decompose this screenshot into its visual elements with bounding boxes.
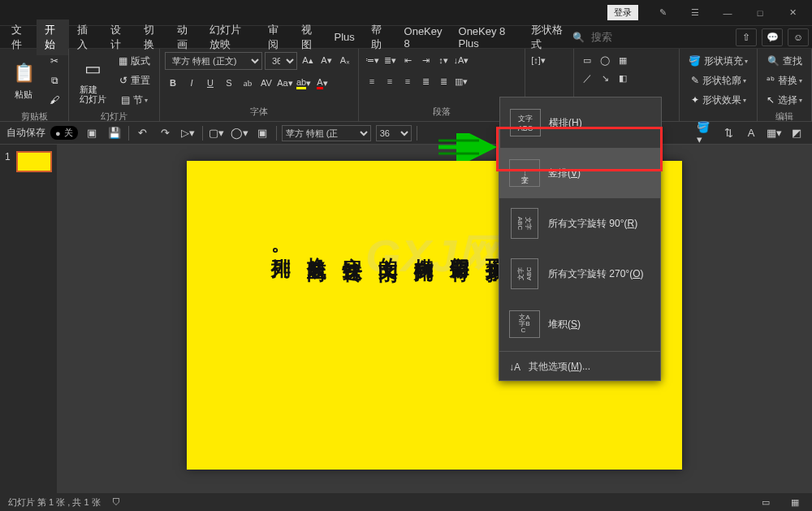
dd-horizontal[interactable]: 文字ABC 横排(H) <box>499 97 662 148</box>
share-icon[interactable]: ⇧ <box>736 28 757 46</box>
group-label-paragraph: 段落 <box>364 104 520 118</box>
spacing-button[interactable]: AV <box>258 75 274 91</box>
bold-button[interactable]: B <box>165 75 181 91</box>
qat-shape1-icon[interactable]: ▢▾ <box>208 124 226 142</box>
qat-fill-icon[interactable]: 🪣▾ <box>697 124 715 142</box>
shape-line-icon[interactable]: ／ <box>579 70 595 86</box>
font-color-button[interactable]: A▾ <box>314 75 330 91</box>
clear-format-icon[interactable]: Aₓ <box>337 52 353 68</box>
qat-start-icon[interactable]: ▷▾ <box>179 124 197 142</box>
align-text-button[interactable]: [↕]▾ <box>530 52 546 68</box>
layout-button[interactable]: ▦版式 <box>114 52 154 70</box>
cut-button[interactable]: ✂ <box>45 52 63 70</box>
shape-effects-button[interactable]: ✦形状效果▾ <box>685 91 752 109</box>
qat-bookmark-icon[interactable]: ▣ <box>83 124 101 142</box>
tab-onekey8plus[interactable]: OneKey 8 Plus <box>451 22 523 53</box>
qat-shape2-icon[interactable]: ◯▾ <box>231 124 248 142</box>
section-icon: ▤ <box>121 94 130 106</box>
paste-button[interactable]: 📋 粘贴 <box>5 52 42 109</box>
underline-button[interactable]: U <box>202 75 218 91</box>
find-button[interactable]: 🔍查找 <box>762 52 806 70</box>
text-direction-button[interactable]: ↓A▾ <box>453 52 469 68</box>
tab-plus[interactable]: Plus <box>326 28 363 46</box>
qat-crop-icon[interactable]: ◩ <box>788 124 806 142</box>
ribbon-tabs: 文件 开始 插入 设计 切换 动画 幻灯片放映 审阅 视图 Plus 帮助 On… <box>0 26 812 49</box>
new-slide-button[interactable]: ▭ 新建 幻灯片 <box>74 52 111 109</box>
new-slide-label: 新建 幻灯片 <box>80 84 106 104</box>
line-spacing-button[interactable]: ↕▾ <box>435 52 451 68</box>
reset-button[interactable]: ↺重置 <box>114 71 154 89</box>
rotate-270-icon: 文字ABC <box>511 258 538 289</box>
quick-styles-button[interactable]: ◧ <box>615 70 631 86</box>
help-icon[interactable]: ☺ <box>788 28 809 46</box>
window-minimize-icon[interactable]: — <box>711 2 744 24</box>
qat-image-icon[interactable]: ▣ <box>253 124 271 142</box>
qat-font-select[interactable]: 苹方 特粗 (正 <box>282 125 371 141</box>
tab-onekey8[interactable]: OneKey 8 <box>396 22 451 53</box>
pen-icon[interactable]: ✎ <box>646 2 679 24</box>
qat-text-icon[interactable]: A <box>742 124 760 142</box>
qat-grid-icon[interactable]: ▦▾ <box>765 124 783 142</box>
search-icon: 🔍 <box>767 55 780 67</box>
clipboard-icon: 📋 <box>13 61 35 85</box>
italic-button[interactable]: I <box>184 75 200 91</box>
qat-size-select[interactable]: 36 <box>376 125 412 141</box>
indent-inc-button[interactable]: ⇥ <box>417 52 434 68</box>
paste-label: 粘贴 <box>15 89 32 101</box>
case-button[interactable]: Aa▾ <box>277 75 293 91</box>
section-button[interactable]: ▤节▾ <box>114 91 154 109</box>
qat-save-icon[interactable]: 💾 <box>106 124 123 142</box>
dd-stacked[interactable]: 文A字B C 堆积(S) <box>499 299 660 349</box>
columns-button[interactable]: ▥▾ <box>453 73 469 89</box>
shadow-button[interactable]: ab <box>240 75 256 91</box>
dd-vertical[interactable]: 文字→ 竖排(V) <box>499 148 660 198</box>
increase-font-icon[interactable]: A▴ <box>300 52 316 68</box>
sorter-view-icon[interactable]: ▦ <box>786 495 804 509</box>
shape-fill-button[interactable]: 🪣形状填充▾ <box>685 52 752 70</box>
qat-redo-icon[interactable]: ↷ <box>157 124 175 142</box>
effects-icon: ✦ <box>691 94 699 106</box>
comments-icon[interactable]: 💬 <box>762 28 783 46</box>
arrange-button[interactable]: ▦ <box>615 52 631 68</box>
shape-arrow-icon[interactable]: ↘ <box>597 70 613 86</box>
shape-circle-icon[interactable]: ◯ <box>597 52 613 68</box>
dd-rotate-270[interactable]: 文字ABC 所有文字旋转 270°(O) <box>499 249 660 299</box>
normal-view-icon[interactable]: ▭ <box>757 495 775 509</box>
slide-canvas[interactable]: GXJ网 的文本框， 接下来我 们需要将 横向排列 的文字内 容快速转 换成竖向… <box>57 145 812 493</box>
shape-rect-icon[interactable]: ▭ <box>579 52 595 68</box>
accessibility-icon[interactable]: ⛉ <box>112 497 121 507</box>
qat-align-icon[interactable]: ⇅ <box>719 124 737 142</box>
select-button[interactable]: ↖选择▾ <box>762 91 806 109</box>
text-direction-dropdown: 文字ABC 横排(H) 文字→ 竖排(V) 文字ABC 所有文字旋转 90°(R… <box>499 127 661 381</box>
ribbon-mode-icon[interactable]: ☰ <box>679 2 711 24</box>
align-center-button[interactable]: ≡ <box>382 73 398 89</box>
font-size-select[interactable]: 36 <box>265 52 297 70</box>
dd-rotate-90[interactable]: 文字ABC 所有文字旋转 90°(R) <box>499 198 660 249</box>
search-input[interactable] <box>591 31 728 43</box>
distribute-button[interactable]: ≣ <box>435 73 451 89</box>
numbering-button[interactable]: ≣▾ <box>382 52 398 68</box>
justify-button[interactable]: ≣ <box>417 73 434 89</box>
qat-undo-icon[interactable]: ↶ <box>134 124 152 142</box>
copy-button[interactable]: ⧉ <box>45 71 63 89</box>
font-name-select[interactable]: 苹方 特粗 (正文) <box>165 52 262 70</box>
reset-icon: ↺ <box>119 75 127 86</box>
thumb-item-1[interactable]: 1 <box>5 151 52 172</box>
autosave-toggle[interactable]: ● 关 <box>50 126 78 140</box>
login-button[interactable]: 登录 <box>607 5 638 20</box>
shape-outline-button[interactable]: ✎形状轮廓▾ <box>685 71 752 89</box>
group-label-clipboard: 剪贴板 <box>5 109 63 123</box>
align-right-button[interactable]: ≡ <box>400 73 416 89</box>
strike-button[interactable]: S <box>221 75 237 91</box>
window-maximize-icon[interactable]: □ <box>744 2 776 24</box>
ribbon-group-clipboard: 📋 粘贴 ✂ ⧉ 🖌 剪贴板 <box>0 49 69 121</box>
align-left-button[interactable]: ≡ <box>364 73 380 89</box>
format-painter-button[interactable]: 🖌 <box>45 91 63 109</box>
highlight-button[interactable]: ab▾ <box>296 75 312 91</box>
decrease-font-icon[interactable]: A▾ <box>318 52 335 68</box>
window-close-icon[interactable]: ✕ <box>776 2 809 24</box>
replace-button[interactable]: ᵃᵇ替换▾ <box>762 71 806 89</box>
bullets-button[interactable]: ≔▾ <box>364 52 380 68</box>
indent-dec-button[interactable]: ⇤ <box>400 52 416 68</box>
dd-more-options[interactable]: ↓A 其他选项(M)... <box>499 353 660 380</box>
